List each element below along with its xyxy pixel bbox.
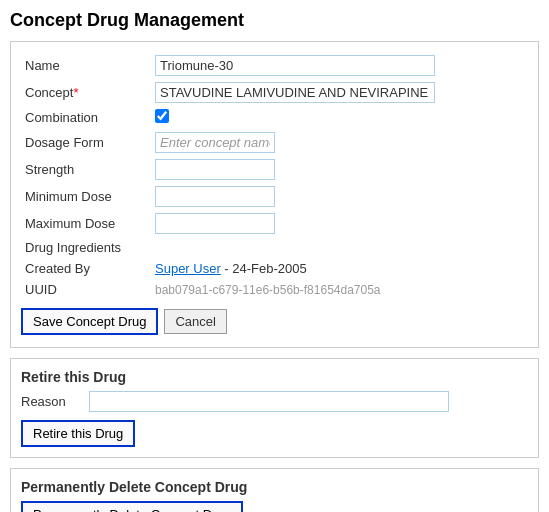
maximum-dose-row: Maximum Dose [21,210,528,237]
save-concept-drug-button[interactable]: Save Concept Drug [21,308,158,335]
minimum-dose-input[interactable] [155,186,275,207]
retire-title: Retire this Drug [21,369,528,385]
form-table: Name Concept* Combination D [21,52,528,300]
name-label: Name [21,52,151,79]
concept-input[interactable] [155,82,435,103]
concept-row: Concept* [21,79,528,106]
combination-row: Combination [21,106,528,129]
name-row: Name [21,52,528,79]
dosage-form-row: Dosage Form [21,129,528,156]
dosage-form-label: Dosage Form [21,129,151,156]
uuid-label: UUID [21,279,151,300]
drug-ingredients-label: Drug Ingredients [21,237,151,258]
delete-title: Permanently Delete Concept Drug [21,479,528,495]
uuid-value: bab079a1-c679-11e6-b56b-f81654da705a [155,283,381,297]
reason-label: Reason [21,394,81,409]
reason-row: Reason [21,391,528,412]
maximum-dose-label: Maximum Dose [21,210,151,237]
name-input[interactable] [155,55,435,76]
combination-checkbox[interactable] [155,109,169,123]
minimum-dose-row: Minimum Dose [21,183,528,210]
reason-input[interactable] [89,391,449,412]
delete-section: Permanently Delete Concept Drug Permanen… [10,468,539,512]
created-by-row: Created By Super User - 24-Feb-2005 [21,258,528,279]
dosage-form-input[interactable] [155,132,275,153]
strength-input[interactable] [155,159,275,180]
maximum-dose-input[interactable] [155,213,275,234]
combination-label: Combination [21,106,151,129]
retire-section: Retire this Drug Reason Retire this Drug [10,358,539,458]
strength-label: Strength [21,156,151,183]
drug-ingredients-row: Drug Ingredients [21,237,528,258]
page-title: Concept Drug Management [10,10,539,31]
minimum-dose-label: Minimum Dose [21,183,151,210]
strength-row: Strength [21,156,528,183]
created-by-link[interactable]: Super User [155,261,221,276]
required-star: * [73,85,78,100]
main-form-buttons: Save Concept Drug Cancel [21,308,528,335]
permanently-delete-button[interactable]: Permanently Delete Concept Drug [21,501,243,512]
cancel-button[interactable]: Cancel [164,309,226,334]
concept-label: Concept* [21,79,151,106]
created-by-label: Created By [21,258,151,279]
uuid-row: UUID bab079a1-c679-11e6-b56b-f81654da705… [21,279,528,300]
created-by-date: - 24-Feb-2005 [221,261,307,276]
retire-drug-button[interactable]: Retire this Drug [21,420,135,447]
main-form-section: Name Concept* Combination D [10,41,539,348]
